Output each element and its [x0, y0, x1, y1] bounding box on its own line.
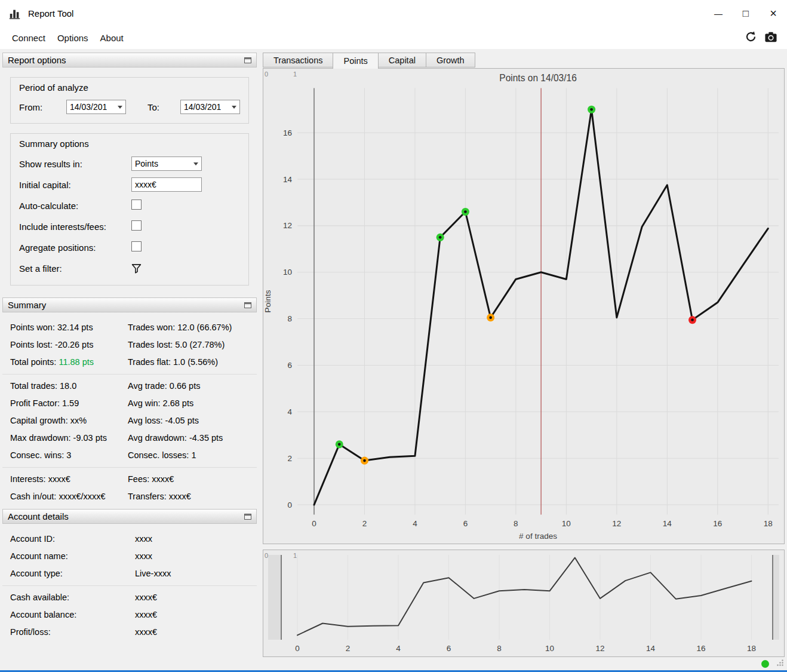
stats-row: Interests: xxxx€ Fees: xxxx€ — [10, 471, 249, 488]
to-date-combo[interactable]: 14/03/201 — [180, 100, 240, 114]
points-line-chart[interactable]: 0246810121416180246810121416Points on 14… — [263, 68, 785, 544]
float-panel-icon[interactable] — [244, 514, 251, 520]
refresh-icon[interactable] — [745, 30, 757, 45]
tab-growth[interactable]: Growth — [426, 53, 475, 67]
from-label: From: — [19, 102, 66, 112]
float-panel-icon[interactable] — [244, 302, 251, 308]
show-results-label: Show results in: — [19, 159, 131, 169]
account-id-value: xxxx — [135, 530, 249, 548]
set-filter-label: Set a filter: — [19, 263, 131, 274]
svg-text:0: 0 — [265, 552, 268, 559]
float-panel-icon[interactable] — [244, 57, 251, 63]
svg-text:1: 1 — [293, 70, 297, 78]
overview-navigator-chart[interactable]: 02468101214161801 — [263, 550, 785, 657]
chart-area: Transactions Points Capital Growth 02468… — [263, 53, 785, 657]
svg-text:18: 18 — [747, 644, 756, 653]
account-name-label: Account name: — [10, 548, 135, 565]
set-filter-row: Set a filter: — [19, 260, 240, 276]
account-name-row: Account name: xxxx — [10, 548, 249, 565]
fees-stat: Fees: xxxx€ — [128, 471, 249, 488]
agregate-positions-checkbox[interactable] — [131, 241, 142, 251]
profit-loss-label: Profit/loss: — [10, 624, 135, 641]
svg-text:8: 8 — [514, 519, 518, 528]
report-options-title: Report options — [8, 55, 66, 65]
stats-row: Capital growth: xx% Avg loss: -4.05 pts — [10, 412, 249, 429]
svg-text:12: 12 — [612, 519, 621, 528]
svg-text:6: 6 — [463, 519, 468, 528]
summary-header[interactable]: Summary — [2, 297, 257, 312]
avg-win-stat: Avg win: 2.68 pts — [128, 395, 249, 412]
cash-available-label: Cash available: — [10, 589, 135, 606]
svg-text:16: 16 — [713, 519, 722, 528]
stats-row: Profit Factor: 1.59 Avg win: 2.68 pts — [10, 395, 249, 412]
report-options-header[interactable]: Report options — [2, 53, 257, 67]
connection-status-indicator — [761, 660, 769, 668]
account-balance-value: xxxx€ — [135, 606, 249, 624]
total-points-label: Total points: — [10, 357, 56, 367]
consec-wins-stat: Consec. wins: 3 — [10, 447, 128, 464]
stats-row: Total points: 11.88 pts Trades flat: 1.0… — [10, 354, 249, 371]
to-date-value: 14/03/201 — [184, 102, 221, 112]
include-fees-row: Include interests/fees: — [19, 219, 240, 234]
minimize-button[interactable]: — — [705, 0, 732, 27]
account-details-header[interactable]: Account details — [2, 509, 257, 524]
stats-row: Max drawdown: -9.03 pts Avg drawdown: -4… — [10, 429, 249, 447]
camera-icon[interactable] — [764, 31, 777, 45]
account-id-label: Account ID: — [10, 530, 135, 548]
auto-calculate-checkbox[interactable] — [131, 200, 142, 210]
tab-points[interactable]: Points — [333, 53, 378, 69]
svg-text:Points: Points — [263, 290, 272, 312]
transfers-stat: Transfers: xxxx€ — [128, 488, 249, 505]
stats-row: Total trades: 18.0 Avg trade: 0.66 pts — [10, 378, 249, 395]
show-results-select[interactable]: Points — [131, 157, 202, 171]
resize-grip[interactable] — [776, 658, 784, 669]
consec-losses-stat: Consec. losses: 1 — [128, 447, 249, 464]
svg-text:14: 14 — [283, 175, 292, 184]
initial-capital-input[interactable] — [131, 177, 202, 192]
menu-options[interactable]: Options — [51, 30, 94, 46]
svg-text:0: 0 — [288, 501, 293, 510]
interests-stat: Interests: xxxx€ — [10, 471, 128, 488]
svg-text:16: 16 — [283, 128, 292, 137]
window-controls: — □ × — [705, 0, 787, 27]
svg-text:8: 8 — [288, 314, 293, 323]
summary-stats: Points won: 32.14 pts Trades won: 12.0 (… — [2, 312, 257, 509]
divider — [2, 585, 257, 586]
stats-row: Cash in/out: xxxx€/xxxx€ Transfers: xxxx… — [10, 488, 249, 505]
from-date-combo[interactable]: 14/03/201 — [66, 100, 126, 114]
agregate-positions-row: Agregate positions: — [19, 240, 240, 255]
agregate-positions-label: Agregate positions: — [19, 243, 131, 253]
tab-transactions[interactable]: Transactions — [263, 53, 333, 67]
menu-connect[interactable]: Connect — [6, 30, 51, 46]
menubar: Connect Options About — [0, 27, 787, 49]
avg-drawdown-stat: Avg drawdown: -4.35 pts — [128, 429, 249, 447]
trades-flat-stat: Trades flat: 1.0 (5.56%) — [128, 354, 249, 371]
profit-factor-stat: Profit Factor: 1.59 — [10, 395, 128, 412]
close-button[interactable]: × — [760, 0, 787, 27]
points-lost-stat: Points lost: -20.26 pts — [10, 336, 128, 354]
stats-row: Points won: 32.14 pts Trades won: 12.0 (… — [10, 319, 249, 336]
from-date-value: 14/03/201 — [70, 102, 107, 112]
svg-text:Points on 14/03/16: Points on 14/03/16 — [499, 73, 577, 83]
account-type-label: Account type: — [10, 565, 135, 582]
trades-lost-stat: Trades lost: 5.0 (27.78%) — [128, 336, 249, 354]
summary-options-title: Summary options — [19, 139, 240, 149]
account-type-value: Live-xxxx — [135, 565, 249, 582]
tab-capital[interactable]: Capital — [378, 53, 426, 67]
stats-row: Consec. wins: 3 Consec. losses: 1 — [10, 447, 249, 464]
svg-text:4: 4 — [396, 644, 401, 653]
menu-about[interactable]: About — [94, 30, 130, 46]
maximize-button[interactable]: □ — [732, 0, 760, 27]
max-drawdown-stat: Max drawdown: -9.03 pts — [10, 429, 128, 447]
total-points-value: 11.88 pts — [59, 357, 94, 367]
profit-loss-row: Profit/loss: xxxx€ — [10, 624, 249, 641]
total-trades-stat: Total trades: 18.0 — [10, 378, 128, 395]
svg-text:4: 4 — [288, 407, 293, 416]
app-icon — [7, 6, 23, 22]
stats-row: Points lost: -20.26 pts Trades lost: 5.0… — [10, 336, 249, 354]
window-title: Report Tool — [28, 8, 73, 19]
chevron-down-icon — [118, 106, 122, 109]
filter-icon[interactable] — [131, 262, 145, 274]
include-fees-checkbox[interactable] — [131, 220, 142, 231]
show-results-row: Show results in: Points — [19, 156, 240, 171]
